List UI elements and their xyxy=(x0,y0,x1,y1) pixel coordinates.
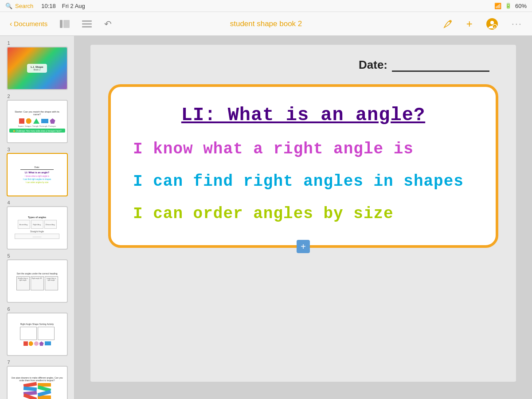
status-time: 10:18 xyxy=(41,3,56,9)
svg-rect-4 xyxy=(82,26,92,27)
card-add-button[interactable]: + xyxy=(297,240,310,253)
slide-preview-7: Use pipe cleaners to make different angl… xyxy=(7,366,68,399)
list-view-button[interactable] xyxy=(79,17,94,31)
plus-icon: + xyxy=(301,242,306,252)
slide-number-5: 5 xyxy=(7,253,10,258)
slide-preview-2: Starter: Can you match the shape with it… xyxy=(7,100,68,143)
status-left: 🔍 Search 10:18 Fri 2 Aug xyxy=(5,3,85,9)
slide-number-2: 2 xyxy=(7,94,10,99)
wifi-icon: 📶 xyxy=(494,3,501,9)
chevron-left-icon: ‹ xyxy=(10,20,12,28)
slide-page: Date: LI: What is an angle? I know what … xyxy=(90,45,516,382)
panel-toggle-button[interactable] xyxy=(57,17,72,31)
slide-thumb-1[interactable]: 1 L.I. Shape Book 2 xyxy=(7,40,68,90)
slide-panel: 1 L.I. Shape Book 2 2 Starter: Can you m… xyxy=(0,36,74,399)
slide-number-3: 3 xyxy=(7,147,10,152)
slide-preview-1: L.I. Shape Book 2 xyxy=(7,47,68,90)
documents-label: Documents xyxy=(14,20,47,27)
date-label: Date: xyxy=(359,58,387,72)
document-title: student shape book 2 xyxy=(230,20,302,28)
learning-intention-1: I know what a right angle is xyxy=(133,140,473,158)
more-button[interactable]: ··· xyxy=(509,16,525,32)
slide-preview-3: Date: LI: What is an angle? I know what … xyxy=(7,153,68,196)
slide-thumb-3[interactable]: 3 Date: LI: What is an angle? I know wha… xyxy=(7,147,68,196)
slide-preview-4: Types of angles Acute Ang. Right Ang. Ob… xyxy=(7,206,68,250)
content-area: Date: LI: What is an angle? I know what … xyxy=(74,36,532,399)
search-icon: 🔍 xyxy=(5,3,12,9)
ellipsis-icon: ··· xyxy=(512,18,522,30)
date-line: Date: xyxy=(108,58,498,72)
date-underline xyxy=(392,70,489,72)
slide-number-7: 7 xyxy=(7,360,10,365)
slide-thumb-5[interactable]: 5 Sort the angles under the correct head… xyxy=(7,253,68,303)
svg-rect-3 xyxy=(82,23,92,24)
search-label[interactable]: Search xyxy=(15,3,33,9)
battery-icon: 🔋 xyxy=(505,3,512,9)
toolbar-center: student shape book 2 xyxy=(180,20,352,28)
undo-button[interactable]: ↶ xyxy=(102,16,114,32)
learning-intention-2: I can find right angles in shapes xyxy=(133,172,473,191)
slide-thumb-2[interactable]: 2 Starter: Can you match the shape with … xyxy=(7,94,68,143)
slide-number-1: 1 xyxy=(7,40,10,46)
slide-number-4: 4 xyxy=(7,200,10,205)
svg-rect-0 xyxy=(60,20,63,28)
add-button[interactable]: + xyxy=(464,15,475,33)
documents-button[interactable]: ‹ Documents xyxy=(7,18,50,30)
slide-preview-5: Sort the angles under the correct headin… xyxy=(7,259,68,303)
svg-rect-2 xyxy=(82,20,92,22)
undo-icon: ↶ xyxy=(104,19,112,29)
content-card: LI: What is an angle? I know what a righ… xyxy=(108,84,498,248)
slide-number-6: 6 xyxy=(7,306,10,312)
slide-preview-6: Right Angle Shape Sorting Activity xyxy=(7,313,68,356)
status-right: 📶 🔋 60% xyxy=(494,3,527,9)
status-date: Fri 2 Aug xyxy=(62,3,85,9)
account-button[interactable]: + xyxy=(483,15,501,33)
slide-thumb-7[interactable]: 7 Use pipe cleaners to make different an… xyxy=(7,360,68,399)
svg-point-7 xyxy=(490,21,494,24)
slide-thumb-6[interactable]: 6 Right Angle Shape Sorting Activity xyxy=(7,306,68,356)
card-title: LI: What is an angle? xyxy=(133,105,473,126)
toolbar: ‹ Documents ↶ student shape book 2 xyxy=(0,12,532,36)
plus-icon: + xyxy=(466,18,473,30)
svg-text:+: + xyxy=(493,25,496,29)
main-layout: 1 L.I. Shape Book 2 2 Starter: Can you m… xyxy=(0,36,532,399)
toolbar-left: ‹ Documents ↶ xyxy=(7,16,180,32)
toolbar-right: + + ··· xyxy=(352,15,525,33)
svg-rect-1 xyxy=(63,20,70,28)
battery-level: 60% xyxy=(515,3,527,9)
annotation-button[interactable] xyxy=(440,16,456,32)
slide-thumb-4[interactable]: 4 Types of angles Acute Ang. Right Ang. … xyxy=(7,200,68,250)
learning-intention-3: I can order angles by size xyxy=(133,205,473,223)
status-bar: 🔍 Search 10:18 Fri 2 Aug 📶 🔋 60% xyxy=(0,0,532,12)
